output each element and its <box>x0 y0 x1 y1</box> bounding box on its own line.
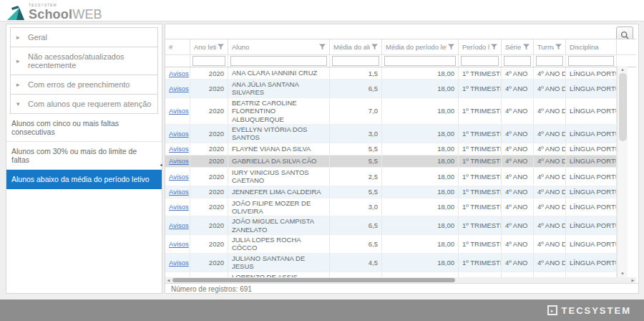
avisos-link[interactable]: Avisos <box>169 259 189 267</box>
column-header-label: # <box>169 43 172 51</box>
filter-input-aluno[interactable] <box>230 56 327 66</box>
filter-input-periodo[interactable] <box>461 56 499 66</box>
table-row[interactable]: Avisos2020ANA CLARA IANNINI CRUZ1,518,00… <box>165 67 617 80</box>
horizontal-scrollbar[interactable]: ◀ ▶ <box>165 277 636 283</box>
avisos-link[interactable]: Avisos <box>169 173 189 181</box>
filter-cell-aluno <box>228 55 330 67</box>
sidebar-collapse-handle[interactable]: ◂ <box>158 158 164 170</box>
table-row[interactable]: Avisos2020FLAYNE VIANA DA SILVA5,518,001… <box>165 143 617 155</box>
filter-input-turma[interactable] <box>536 56 563 66</box>
sidebar-group-collapsed[interactable]: ▸Não acessados/atualizados recentemente <box>10 47 158 75</box>
sidebar-group-collapsed[interactable]: ▸Geral <box>10 27 158 47</box>
cell-media_periodo: 18,00 <box>382 80 459 97</box>
vertical-scrollbar[interactable]: ▲ ▼ <box>617 66 628 277</box>
vertical-scrollbar-thumb[interactable] <box>619 73 627 141</box>
filter-cell-media_periodo <box>382 55 459 67</box>
cell-disciplina: LÍNGUA PORTUGUESA <box>566 67 617 79</box>
table-row[interactable]: Avisos2020JOÃO MIGUEL CAMPISTA ZANELATO6… <box>165 216 617 235</box>
footer-bar: ▸ TECSYSTEM <box>0 300 644 321</box>
tecsystem-logo: ▸ TECSYSTEM <box>547 300 631 321</box>
cell-aluno: JENNEFER LIMA CALDEIRA <box>228 186 330 198</box>
scroll-down-icon[interactable]: ▼ <box>618 270 628 277</box>
table-row[interactable]: Avisos2020JOÃO FILIPE MOZER DE OLIVEIRA3… <box>165 198 617 217</box>
scroll-right-icon[interactable]: ▶ <box>630 277 636 283</box>
cell-avisos: Avisos <box>165 272 190 277</box>
cell-media_aluno: 6,5 <box>330 216 382 234</box>
avisos-link[interactable]: Avisos <box>169 240 189 248</box>
column-header-disciplina[interactable]: Disciplina <box>566 39 617 54</box>
filter-icon[interactable] <box>218 44 224 50</box>
scroll-left-icon[interactable]: ◀ <box>165 277 172 283</box>
column-header-media_aluno[interactable]: Média do aluno <box>330 39 382 54</box>
avisos-link[interactable]: Avisos <box>169 145 189 153</box>
table-row[interactable]: Avisos2020ANA JÚLIA SANTANA SILVARES6,51… <box>165 80 617 98</box>
column-header-serie[interactable]: Série <box>502 39 534 54</box>
sidebar-item[interactable]: Alunos abaixo da média do período letivo <box>6 170 162 189</box>
avisos-link[interactable]: Avisos <box>169 221 189 229</box>
filter-icon[interactable] <box>555 44 562 50</box>
cell-disciplina: LÍNGUA PORTUGUESA <box>566 186 617 198</box>
cell-turma: 4º ANO D2 <box>534 272 566 277</box>
column-header-ano[interactable]: Ano letivo <box>190 39 228 54</box>
cell-avisos: Avisos <box>165 168 190 186</box>
table-row[interactable]: Avisos2020IURY VINICIUS SANTOS CAETANO2,… <box>165 168 617 186</box>
cell-avisos: Avisos <box>165 80 190 97</box>
sidebar-item[interactable]: Alunos com 30% ou mais do limite de falt… <box>6 142 162 170</box>
filter-icon[interactable] <box>491 44 497 50</box>
cell-disciplina: LÍNGUA PORTUGUESA <box>566 155 617 167</box>
avisos-link[interactable]: Avisos <box>169 107 189 115</box>
avisos-link[interactable]: Avisos <box>169 157 189 165</box>
cell-turma: 4º ANO D2 <box>534 67 566 79</box>
cell-turma: 4º ANO D2 <box>534 186 566 198</box>
table-row[interactable]: Avisos2020LORENZO DE ASSIS OLIVEIRA3,018… <box>165 272 617 277</box>
column-header-turma[interactable]: Turma <box>534 39 566 54</box>
schoolweb-logo: TECSYSTEM SchoolWEB <box>7 4 102 21</box>
filter-icon[interactable] <box>319 44 326 50</box>
table-row[interactable]: Avisos2020JULIANO SANTANA DE JESUS4,518,… <box>165 254 617 272</box>
record-count-label: Número de registros: 691 <box>171 285 252 293</box>
column-header-aluno[interactable]: Aluno <box>228 39 330 54</box>
filter-input-ano[interactable] <box>192 56 225 66</box>
cell-aluno: LORENZO DE ASSIS OLIVEIRA <box>228 272 330 277</box>
filter-cell-media_aluno <box>330 55 382 67</box>
sidebar-item[interactable]: Alunos com cinco ou mais faltas consecut… <box>6 114 162 142</box>
cell-media_periodo: 18,00 <box>382 254 459 272</box>
status-bar: Número de registros: 691 <box>165 283 638 294</box>
column-header-periodo[interactable]: Período letivo <box>459 39 502 54</box>
cell-serie: 4º ANO <box>502 125 534 143</box>
filter-input-media_aluno[interactable] <box>332 56 379 66</box>
table-row[interactable]: Avisos2020JENNEFER LIMA CALDEIRA5,518,00… <box>165 186 617 198</box>
cell-serie: 4º ANO <box>502 168 534 186</box>
avisos-link[interactable]: Avisos <box>169 203 189 211</box>
cell-aluno: JOÃO MIGUEL CAMPISTA ZANELATO <box>228 216 330 234</box>
sidebar-group-collapsed[interactable]: ▸Com erros de preenchimento <box>10 75 158 95</box>
avisos-link[interactable]: Avisos <box>169 188 189 196</box>
cell-periodo: 1º TRIMESTRE <box>459 155 502 167</box>
avisos-link[interactable]: Avisos <box>169 85 189 92</box>
table-row[interactable]: Avisos2020EVELLYN VITÓRIA DOS SANTOS3,01… <box>165 125 617 143</box>
table-row[interactable]: Avisos2020GABRIELLA DA SILVA CÃO5,518,00… <box>165 155 617 168</box>
horizontal-scrollbar-thumb[interactable] <box>172 278 455 282</box>
tecsystem-logo-icon: ▸ <box>547 305 557 315</box>
column-header-media_periodo[interactable]: Média do período letivo <box>382 39 459 54</box>
table-row[interactable]: Avisos2020JULIA LOPES ROCHA CÔCCO6,518,0… <box>165 235 617 254</box>
filter-input-media_periodo[interactable] <box>384 56 456 66</box>
sidebar-item-label: Geral <box>28 33 47 42</box>
cell-avisos: Avisos <box>165 143 190 155</box>
column-header-avisos[interactable]: # <box>165 39 190 54</box>
cell-turma: 4º ANO D2 <box>534 155 566 167</box>
scroll-up-icon[interactable]: ▲ <box>618 66 628 73</box>
filter-icon[interactable] <box>523 44 530 50</box>
filter-icon[interactable] <box>448 44 454 50</box>
filter-input-disciplina[interactable] <box>568 56 614 66</box>
filter-icon[interactable] <box>371 44 378 50</box>
cell-media_aluno: 5,5 <box>330 186 382 198</box>
table-row[interactable]: Avisos2020BEATRIZ CAROLINE FLORENTINO AL… <box>165 98 617 125</box>
avisos-link[interactable]: Avisos <box>169 70 189 77</box>
avisos-link[interactable]: Avisos <box>169 130 189 138</box>
sidebar-group-expanded[interactable]: ▾Com alunos que requerem atenção <box>10 94 158 114</box>
filter-input-serie[interactable] <box>504 56 531 66</box>
cell-avisos: Avisos <box>165 125 190 143</box>
cell-ano: 2020 <box>190 143 228 155</box>
cell-disciplina: LÍNGUA PORTUGUESA <box>566 168 617 186</box>
